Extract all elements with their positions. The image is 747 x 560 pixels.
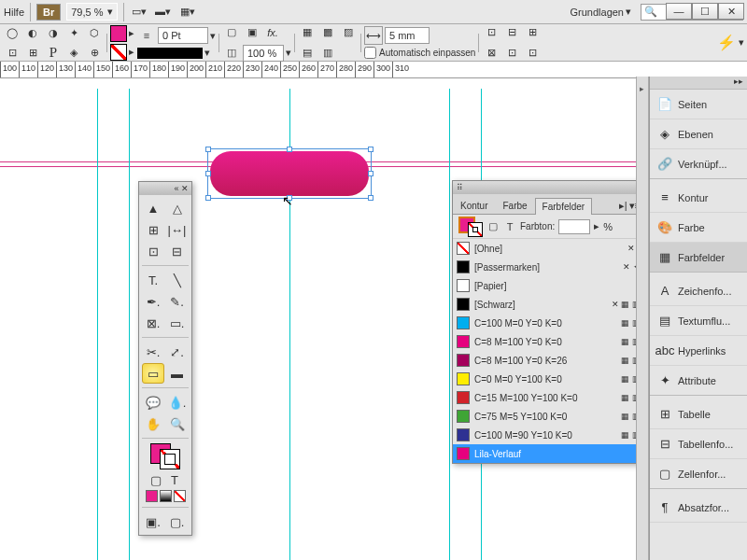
autofit-checkbox[interactable] — [364, 47, 376, 59]
formatting-text[interactable]: T — [166, 472, 183, 487]
content-tool[interactable]: ⊟ — [166, 241, 189, 261]
guide-vertical[interactable] — [97, 89, 98, 560]
chevron-down-icon[interactable]: ▾ — [210, 30, 216, 42]
fit-icon[interactable]: ⊡ — [502, 44, 521, 63]
tint-slider-icon[interactable]: ▸ — [594, 220, 599, 232]
transform-tool[interactable]: ⤢. — [166, 342, 189, 362]
maximize-button[interactable]: ☐ — [692, 3, 718, 20]
chevron-down-icon[interactable]: ▾ — [286, 47, 291, 59]
panel-farbfelder[interactable]: ▦Farbfelder — [650, 243, 747, 273]
horizontal-ruler[interactable]: 1001101201301401501601701801902002102202… — [0, 62, 747, 78]
minimize-button[interactable]: — — [666, 3, 692, 20]
tool-icon[interactable]: ✦ — [64, 23, 83, 42]
swatch-item[interactable]: [Passermarken]✕ ✦ — [453, 258, 644, 276]
swatch-item[interactable]: [Papier] — [453, 276, 644, 295]
swatch-item[interactable]: Lila-Verlauf — [453, 444, 644, 463]
pencil-tool[interactable]: ✎. — [166, 291, 189, 312]
text-wrap-icon[interactable]: ▨ — [339, 23, 358, 42]
apply-color[interactable] — [146, 490, 158, 502]
screen-mode[interactable]: ▢. — [166, 511, 189, 532]
chevron-down-icon[interactable]: ▾ — [739, 36, 744, 49]
text-wrap-icon[interactable]: ▥ — [318, 44, 337, 63]
panel-hyperlinks[interactable]: abcHyperlinks — [650, 336, 747, 366]
swatch-item[interactable]: C=15 M=100 Y=100 K=0▦ ▥ — [453, 388, 644, 407]
panel-farbe[interactable]: 🎨Farbe — [650, 213, 747, 243]
eyedropper-tool[interactable]: 💧. — [166, 392, 189, 413]
fit-icon[interactable]: ⊡ — [523, 44, 542, 63]
arrange-icon[interactable]: ▬▾ — [154, 3, 173, 21]
scissors-tool[interactable]: ✂. — [142, 342, 164, 362]
tint-input[interactable] — [558, 219, 590, 234]
tool-icon[interactable]: ⊕ — [85, 43, 104, 62]
panel-collapse-bar[interactable] — [636, 77, 649, 560]
swatch-item[interactable]: C=100 M=0 Y=0 K=0▦ ▥ — [453, 314, 644, 332]
text-wrap-icon[interactable]: ▩ — [318, 23, 337, 42]
selection-tool[interactable]: ▲ — [142, 198, 164, 218]
stroke-swatch[interactable] — [110, 44, 127, 61]
scale-input[interactable]: 100 % — [243, 45, 284, 62]
panel-tabelle[interactable]: ⊞Tabelle — [650, 399, 747, 429]
opacity-icon[interactable]: ▢ — [222, 23, 241, 42]
frame-tool[interactable]: ⊠. — [142, 313, 164, 333]
tool-icon[interactable]: ◐ — [23, 23, 42, 42]
tool-icon[interactable]: ◈ — [64, 43, 83, 62]
tool-icon[interactable]: P — [44, 43, 63, 62]
page-tool[interactable]: ⊞ — [142, 219, 164, 240]
swatch-item[interactable]: C=100 M=90 Y=10 K=0▦ ▥ — [453, 426, 644, 444]
swatch-item[interactable]: C=75 M=5 Y=100 K=0▦ ▥ — [453, 407, 644, 426]
swatch-item[interactable]: C=8 M=100 Y=0 K=26▦ ▥ — [453, 351, 644, 370]
gradient-feather-tool[interactable]: ▬ — [166, 363, 189, 384]
panel-kontur[interactable]: ≡Kontur — [650, 183, 747, 213]
container-icon[interactable]: ▢ — [486, 217, 500, 236]
screen-mode-icon[interactable]: ▭▾ — [130, 3, 148, 21]
text-wrap-icon[interactable]: ▦ — [298, 23, 317, 42]
tab-kontur[interactable]: Kontur — [453, 197, 495, 214]
stroke-weight-input[interactable]: 0 Pt — [158, 27, 208, 44]
fit-icon[interactable]: ⊡ — [482, 23, 500, 42]
chevron-down-icon[interactable]: ▾ — [204, 47, 210, 59]
view-mode[interactable]: ▣. — [142, 511, 164, 532]
text-icon[interactable]: T — [503, 217, 516, 236]
tool-icon[interactable]: ◑ — [44, 23, 63, 42]
direct-selection-tool[interactable]: △ — [166, 198, 189, 218]
hand-tool[interactable]: ✋ — [142, 413, 164, 434]
guide-vertical[interactable] — [129, 89, 130, 560]
panel-tabellenfo[interactable]: ⊟Tabellenfo... — [650, 429, 747, 459]
tool-icon[interactable]: ◯ — [3, 23, 21, 42]
panel-ebenen[interactable]: ◈Ebenen — [650, 119, 747, 149]
zoom-tool[interactable]: 🔍 — [166, 413, 189, 434]
zoom-level[interactable]: 79,5 % ▾ — [66, 3, 117, 21]
gradient-swatch-tool[interactable]: ▭ — [142, 363, 164, 384]
swatch-item[interactable]: C=8 M=100 Y=0 K=0▦ ▥ — [453, 332, 644, 351]
guide-vertical[interactable] — [449, 89, 450, 560]
help-menu[interactable]: Hilfe — [4, 7, 24, 18]
rectangle-tool[interactable]: ▭. — [166, 313, 189, 333]
panel-absatzfor[interactable]: ¶Absatzfor... — [650, 493, 747, 523]
active-swatch[interactable] — [458, 217, 483, 237]
fx-icon[interactable]: fx. — [263, 23, 282, 42]
stroke-style-preview[interactable] — [137, 48, 203, 59]
panel-zellenfor[interactable]: ▢Zellenfor... — [650, 459, 747, 489]
tool-icon[interactable]: ⊞ — [23, 43, 42, 62]
content-tool[interactable]: ⊡ — [142, 241, 164, 261]
workspace-switcher[interactable]: Grundlagen ▾ — [567, 5, 636, 19]
view-options-icon[interactable]: ▦▾ — [178, 3, 197, 21]
fill-swatch[interactable] — [110, 25, 127, 42]
apply-gradient[interactable] — [160, 490, 172, 502]
panel-attribute[interactable]: ✦Attribute — [650, 366, 747, 396]
tab-farbfelder[interactable]: Farbfelder — [535, 198, 593, 215]
dock-header[interactable]: ▸▸ — [650, 77, 747, 90]
fit-icon[interactable]: ⊟ — [502, 23, 521, 42]
collapse-icon[interactable]: ▸| — [619, 200, 627, 212]
tool-icon[interactable]: ⊡ — [3, 43, 21, 62]
fit-icon[interactable]: ⊠ — [482, 44, 500, 63]
note-tool[interactable]: 💬 — [142, 392, 164, 413]
apply-none[interactable] — [174, 490, 186, 502]
gap-tool[interactable]: |↔| — [166, 219, 189, 240]
tool-icon[interactable]: ⬡ — [85, 23, 104, 42]
type-tool[interactable]: T. — [142, 270, 164, 290]
fit-icon[interactable]: ⊞ — [523, 23, 542, 42]
fill-stroke-swatch[interactable] — [150, 443, 180, 469]
close-button[interactable]: ✕ — [718, 3, 744, 20]
tab-farbe[interactable]: Farbe — [495, 197, 534, 214]
